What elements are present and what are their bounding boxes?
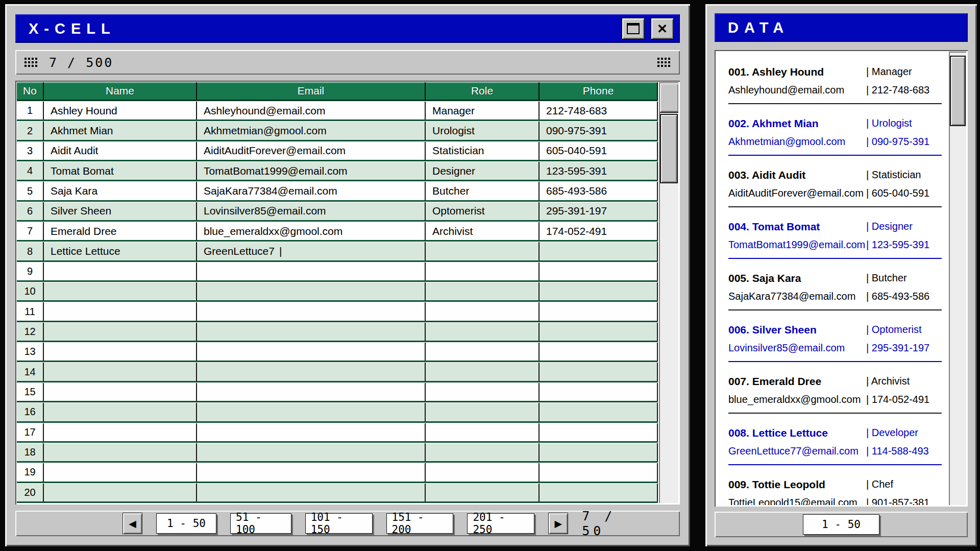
- cell-role[interactable]: Manager: [426, 102, 540, 119]
- table-row[interactable]: 7 Emerald Dree blue_emeraldxx@gmool.com …: [17, 222, 658, 242]
- cell-name[interactable]: [44, 383, 197, 401]
- cell-phone[interactable]: [540, 242, 658, 260]
- cell-email[interactable]: [197, 262, 426, 280]
- cell-email[interactable]: [197, 463, 426, 481]
- cell-role[interactable]: [426, 262, 540, 280]
- cell-phone[interactable]: [540, 403, 658, 421]
- cell-name[interactable]: Saja Kara: [44, 182, 197, 200]
- next-page-button[interactable]: ▶: [548, 513, 568, 534]
- table-row[interactable]: 20: [17, 483, 658, 503]
- table-row[interactable]: 8 Lettice Lettuce GreenLettuce7|: [17, 242, 658, 261]
- list-item[interactable]: 002. Akhmet Mian | Urologist Akhmetmian@…: [728, 115, 942, 156]
- scrollbar-thumb[interactable]: [950, 56, 966, 126]
- cell-name[interactable]: Lettice Lettuce: [44, 242, 197, 260]
- cell-email[interactable]: [197, 403, 426, 421]
- page-range-button-3[interactable]: 101 - 150: [305, 513, 373, 534]
- cell-role[interactable]: Statistician: [426, 142, 540, 160]
- table-row[interactable]: 19: [17, 463, 658, 483]
- cell-name[interactable]: Silver Sheen: [44, 202, 197, 220]
- list-item[interactable]: 001. Ashley Hound | Manager Ashleyhound@…: [728, 64, 942, 104]
- maximize-button[interactable]: [622, 18, 645, 39]
- cell-email[interactable]: [197, 282, 426, 300]
- cell-email[interactable]: Ashleyhound@email.com: [197, 102, 426, 119]
- data-range-button[interactable]: 1 - 50: [803, 514, 879, 535]
- cell-phone[interactable]: [540, 343, 658, 361]
- cell-phone[interactable]: [540, 484, 658, 501]
- cell-phone[interactable]: [540, 463, 658, 481]
- cell-phone[interactable]: 685-493-586: [540, 182, 658, 200]
- cell-email[interactable]: AiditAuditForever@email.com: [197, 142, 426, 160]
- cell-phone[interactable]: [540, 423, 658, 441]
- data-titlebar[interactable]: DATA: [715, 13, 968, 42]
- cell-role[interactable]: [426, 363, 540, 380]
- scrollbar-top-cap[interactable]: [660, 83, 678, 113]
- cell-phone[interactable]: 212-748-683: [540, 102, 658, 119]
- cell-phone[interactable]: 605-040-591: [540, 142, 658, 160]
- cell-email[interactable]: SajaKara77384@email.com: [197, 182, 426, 200]
- cell-email[interactable]: GreenLettuce7|: [197, 242, 426, 260]
- table-row[interactable]: 2 Akhmet Mian Akhmetmian@gmool.com Urolo…: [17, 121, 658, 141]
- cell-role[interactable]: Archivist: [426, 222, 540, 240]
- cell-email[interactable]: [197, 363, 426, 380]
- cell-email[interactable]: [197, 443, 426, 461]
- cell-role[interactable]: [426, 343, 540, 361]
- list-item[interactable]: 006. Silver Sheen | Optomerist Lovinsilv…: [728, 322, 942, 362]
- cell-role[interactable]: [426, 423, 540, 441]
- prev-page-button[interactable]: ◀: [122, 513, 142, 534]
- page-range-button-2[interactable]: 51 - 100: [230, 513, 291, 534]
- table-row[interactable]: 16: [17, 402, 658, 422]
- table-row[interactable]: 15: [17, 382, 658, 402]
- list-item[interactable]: 008. Lettice Lettuce | Developer GreenLe…: [728, 425, 942, 465]
- cell-email[interactable]: [197, 323, 426, 341]
- list-item[interactable]: 007. Emerald Dree | Archivist blue_emera…: [728, 373, 942, 414]
- cell-phone[interactable]: [540, 443, 658, 461]
- scrollbar-thumb[interactable]: [660, 114, 678, 183]
- cell-role[interactable]: [426, 323, 540, 341]
- cell-name[interactable]: [44, 262, 197, 280]
- table-row[interactable]: 9: [17, 262, 658, 282]
- cell-phone[interactable]: 295-391-197: [540, 202, 658, 220]
- table-row[interactable]: 1 Ashley Hound Ashleyhound@email.com Man…: [17, 101, 658, 121]
- cell-name[interactable]: Aidit Audit: [44, 142, 197, 160]
- cell-phone[interactable]: [540, 282, 658, 300]
- table-row[interactable]: 14: [17, 362, 658, 382]
- page-range-button-1[interactable]: 1 - 50: [156, 513, 216, 534]
- cell-role[interactable]: [426, 383, 540, 401]
- cell-name[interactable]: [44, 403, 197, 421]
- table-row[interactable]: 11: [17, 302, 658, 322]
- list-item[interactable]: 009. Tottie Leopold | Chef TottieLeopold…: [728, 476, 942, 505]
- cell-email[interactable]: TomatBomat1999@email.com: [197, 162, 426, 180]
- cell-role[interactable]: [426, 463, 540, 481]
- cell-name[interactable]: Emerald Dree: [44, 222, 197, 240]
- cell-email[interactable]: [197, 343, 426, 361]
- cell-phone[interactable]: [540, 383, 658, 401]
- table-row[interactable]: 5 Saja Kara SajaKara77384@email.com Butc…: [17, 181, 658, 201]
- page-range-button-5[interactable]: 201 - 250: [467, 513, 534, 534]
- cell-email[interactable]: [197, 383, 426, 401]
- list-item[interactable]: 005. Saja Kara | Butcher SajaKara77384@e…: [728, 270, 942, 310]
- cell-role[interactable]: [426, 484, 540, 501]
- cell-phone[interactable]: [540, 262, 658, 280]
- data-scrollbar[interactable]: [949, 52, 966, 505]
- xcell-titlebar[interactable]: X-CELL ✕: [15, 14, 680, 43]
- cell-phone[interactable]: 174-052-491: [540, 222, 658, 240]
- cell-name[interactable]: [44, 443, 197, 461]
- table-row[interactable]: 18: [17, 443, 658, 463]
- cell-name[interactable]: [44, 463, 197, 481]
- cell-phone[interactable]: [540, 363, 658, 380]
- cell-role[interactable]: [426, 403, 540, 421]
- cell-role[interactable]: [426, 282, 540, 300]
- cell-role[interactable]: [426, 443, 540, 461]
- cell-phone[interactable]: 123-595-391: [540, 162, 658, 180]
- table-row[interactable]: 4 Tomat Bomat TomatBomat1999@email.com D…: [17, 161, 658, 181]
- close-button[interactable]: ✕: [651, 18, 674, 39]
- cell-phone[interactable]: 090-975-391: [540, 122, 658, 139]
- cell-phone[interactable]: [540, 302, 658, 320]
- cell-name[interactable]: [44, 323, 197, 341]
- cell-email[interactable]: [197, 423, 426, 441]
- table-scrollbar[interactable]: [659, 82, 678, 503]
- cell-name[interactable]: [44, 282, 197, 300]
- cell-name[interactable]: [44, 484, 197, 501]
- cell-name[interactable]: [44, 363, 197, 380]
- cell-name[interactable]: Tomat Bomat: [44, 162, 197, 180]
